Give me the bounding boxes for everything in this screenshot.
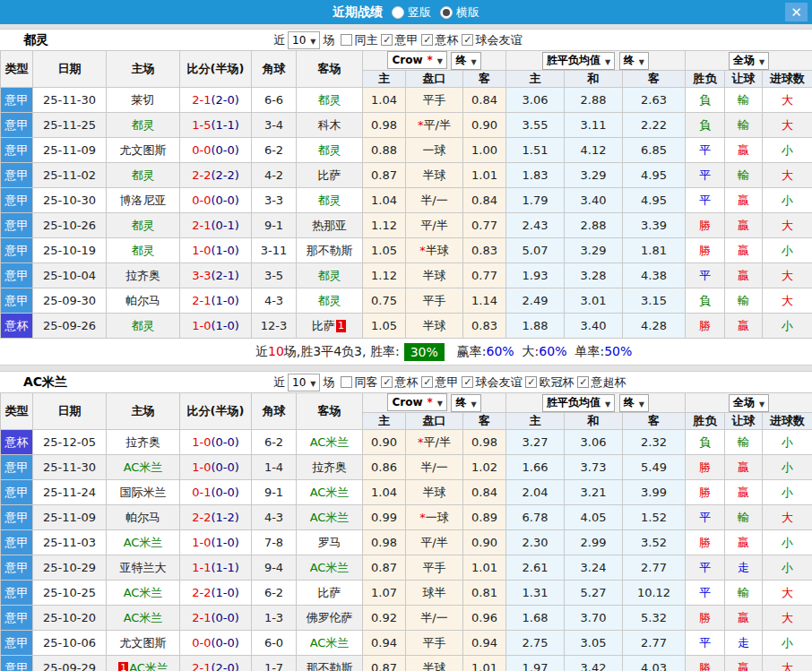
corner-cell: 6-0 xyxy=(252,631,297,656)
win-odds-cell: 1.79 xyxy=(506,188,565,213)
filter-checkbox[interactable]: 意超杯 xyxy=(577,374,626,391)
filter-checkbox[interactable]: 意杯 xyxy=(421,32,458,48)
odds-average-select[interactable]: 胜平负均值 xyxy=(542,52,615,70)
away-team-cell: 佛罗伦萨 xyxy=(297,606,363,631)
goals-result-cell: 小 xyxy=(763,138,812,163)
checkbox-label: 同主 xyxy=(354,32,377,48)
checkbox-checked-icon[interactable] xyxy=(577,376,589,388)
corner-cell: 1-4 xyxy=(252,455,297,480)
match-row: 意甲25-11-09帕尔马2-2(1-2)4-3AC米兰0.99*一球0.896… xyxy=(1,505,812,530)
section-torino-filter-row: 都灵 近 10 场 同主意甲意杯球会友谊 xyxy=(0,30,812,50)
radio-vertical-label[interactable]: 竖版 xyxy=(408,4,431,21)
match-row: 意甲25-10-04拉齐奥3-3(2-1)3-5都灵1.12半球0.771.93… xyxy=(1,263,812,288)
col-header-handicap-home: 主 xyxy=(363,413,406,430)
bookmaker-select[interactable]: Crow* xyxy=(387,51,447,69)
corner-cell: 3-4 xyxy=(252,113,297,138)
final-odds-select[interactable]: 终 xyxy=(451,394,480,412)
date-cell: 25-10-06 xyxy=(33,631,107,656)
col-header-away: 客场 xyxy=(297,393,363,430)
close-icon[interactable]: ✕ xyxy=(785,3,808,22)
matches-count-select[interactable]: 10 xyxy=(288,374,320,391)
home-team-cell: 国际米兰 xyxy=(107,480,180,505)
checkbox-unchecked-icon[interactable] xyxy=(341,34,352,46)
filter-checkbox[interactable]: 同主 xyxy=(341,32,377,48)
odds-group-header: 胜平负均值 终 xyxy=(506,393,686,413)
checkbox-checked-icon[interactable] xyxy=(381,34,393,46)
lose-odds-cell: 2.32 xyxy=(623,430,686,455)
checkbox-checked-icon[interactable] xyxy=(462,376,473,388)
corner-cell: 4-3 xyxy=(252,505,297,530)
handicap-line-cell: 半/一 xyxy=(406,606,463,631)
filter-checkbox[interactable]: 欧冠杯 xyxy=(525,374,574,391)
league-type-cell: 意甲 xyxy=(1,656,33,671)
handicap-home-odds-cell: 0.87 xyxy=(363,555,406,581)
filter-checkbox[interactable]: 意杯 xyxy=(381,374,418,391)
date-cell: 25-11-30 xyxy=(33,455,107,480)
win-odds-cell: 2.75 xyxy=(506,631,565,656)
corner-cell: 7-8 xyxy=(252,530,297,555)
checkbox-checked-icon[interactable] xyxy=(421,34,433,46)
goals-result-cell: 大 xyxy=(763,113,812,138)
bookmaker-select[interactable]: Crow* xyxy=(387,393,447,411)
filter-checkbox[interactable]: 意甲 xyxy=(381,32,418,48)
col-header-away: 客场 xyxy=(297,51,363,88)
filter-checkbox[interactable]: 球会友谊 xyxy=(462,32,522,48)
handicap-line-cell: 球半 xyxy=(406,581,463,606)
draw-odds-cell: 4.12 xyxy=(565,138,623,163)
lose-odds-cell: 10.12 xyxy=(623,581,686,606)
lose-odds-cell: 4.28 xyxy=(623,314,686,339)
col-header-handicap-result: 让球 xyxy=(725,413,763,430)
filter-checkbox[interactable]: 意甲 xyxy=(421,374,458,391)
date-cell: 25-10-04 xyxy=(33,263,107,288)
filter-checkbox[interactable]: 球会友谊 xyxy=(462,374,522,391)
checkbox-checked-icon[interactable] xyxy=(381,376,393,388)
corner-cell: 9-1 xyxy=(252,480,297,505)
home-team-cell: AC米兰 xyxy=(107,581,180,606)
col-header-odds-draw: 和 xyxy=(565,413,623,430)
matches-count-select[interactable]: 10 xyxy=(288,31,320,49)
draw-odds-cell: 3.29 xyxy=(565,163,623,188)
corner-cell: 9-1 xyxy=(252,213,297,238)
handicap-result-cell: 贏 xyxy=(725,314,763,339)
home-team-cell: 都灵 xyxy=(107,113,180,138)
score-cell: 2-1(2-0) xyxy=(180,656,252,671)
win-odds-cell: 2.49 xyxy=(506,288,565,314)
away-team-cell: 都灵 xyxy=(297,188,363,213)
result-cell: 平 xyxy=(686,631,725,656)
checkbox-unchecked-icon[interactable] xyxy=(341,376,352,388)
chevron-down-icon xyxy=(437,54,443,66)
draw-odds-cell: 3.28 xyxy=(565,263,623,288)
corner-cell: 6-2 xyxy=(252,430,297,455)
draw-odds-cell: 3.42 xyxy=(565,656,623,671)
handicap-result-cell: 走 xyxy=(725,555,763,581)
home-team-cell: 都灵 xyxy=(107,314,180,339)
league-type-cell: 意甲 xyxy=(1,505,33,530)
checkbox-checked-icon[interactable] xyxy=(421,376,433,388)
col-header-handicap-away: 客 xyxy=(463,71,506,88)
handicap-home-odds-cell: 1.05 xyxy=(363,238,406,263)
radio-horizontal-label[interactable]: 横版 xyxy=(456,4,479,21)
handicap-home-odds-cell: 0.94 xyxy=(363,631,406,656)
match-row: 意甲25-11-03AC米兰1-0(1-0)7-8罗马0.98平/半0.902.… xyxy=(1,530,812,555)
handicap-away-odds-cell: 1.00 xyxy=(463,138,506,163)
radio-vertical-layout[interactable] xyxy=(392,6,404,19)
final-odds-select[interactable]: 终 xyxy=(451,52,480,70)
match-scope-select[interactable]: 全场 xyxy=(729,394,769,412)
goals-result-cell: 大 xyxy=(763,213,812,238)
win-odds-cell: 2.61 xyxy=(506,555,565,581)
match-scope-select[interactable]: 全场 xyxy=(729,52,769,70)
checkbox-checked-icon[interactable] xyxy=(462,34,473,46)
final-odds-select-2[interactable]: 终 xyxy=(619,394,649,412)
win-odds-cell: 1.31 xyxy=(506,581,565,606)
handicap-line-cell: 半球 xyxy=(406,480,463,505)
filter-checkbox[interactable]: 同客 xyxy=(341,374,377,391)
odds-average-select[interactable]: 胜平负均值 xyxy=(542,394,615,412)
checkbox-checked-icon[interactable] xyxy=(525,376,537,388)
draw-odds-cell: 5.27 xyxy=(565,581,623,606)
score-cell: 1-1(1-1) xyxy=(180,555,252,581)
win-odds-cell: 1.88 xyxy=(506,314,565,339)
radio-horizontal-layout[interactable] xyxy=(440,6,453,19)
handicap-away-odds-cell: 0.83 xyxy=(463,314,506,339)
handicap-home-odds-cell: 0.75 xyxy=(363,288,406,314)
final-odds-select-2[interactable]: 终 xyxy=(619,52,649,70)
